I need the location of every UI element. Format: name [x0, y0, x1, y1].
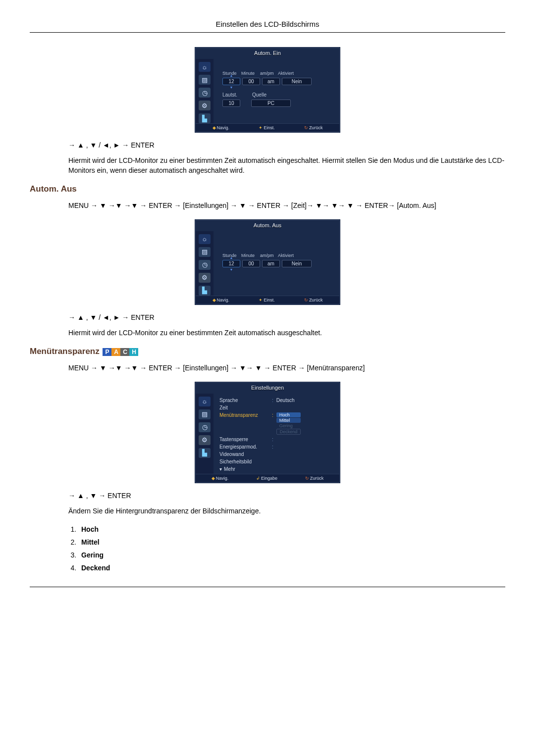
- osd-autom-aus: Autom. Aus ☼ ▨ ◷ ⚙ ▙ Stunde Minute am/pm…: [195, 220, 340, 304]
- osd-title: Autom. Ein: [196, 48, 339, 59]
- section-menutransparenz: Menütransparenz P A C H: [30, 347, 505, 356]
- footer-nav: Navig.: [216, 476, 229, 481]
- chart-icon: ▙: [199, 448, 211, 458]
- description-3: Ändern Sie die Hintergrundtransparenz de…: [68, 506, 505, 516]
- label-ampm: am/pm: [260, 253, 276, 258]
- label-minute: Minute: [241, 71, 258, 76]
- osd-title: Einstellungen: [196, 383, 339, 394]
- clock-icon: ◷: [199, 422, 211, 432]
- badge-p: P: [103, 348, 111, 356]
- footer-nav: Navig.: [217, 125, 230, 130]
- brightness-icon: ☼: [199, 62, 211, 72]
- badge-h: H: [129, 348, 138, 356]
- field-ampm[interactable]: am: [262, 78, 280, 85]
- footer-zurueck: Zurück: [309, 125, 323, 130]
- gear-icon: ⚙: [199, 273, 211, 283]
- osd-footer: ◆Navig. ✦Einst. ↻Zurück: [196, 123, 339, 132]
- menu-path-3: MENU → ▼ →▼ →▼ → ENTER → [Einstellungen]…: [68, 363, 505, 373]
- brightness-icon: ☼: [199, 397, 211, 406]
- row-zeit[interactable]: Zeit: [218, 404, 334, 411]
- opt-deckend[interactable]: Deckend: [276, 429, 301, 435]
- footer-eingabe: Eingabe: [261, 476, 277, 481]
- field-aktiviert[interactable]: Nein: [282, 78, 312, 85]
- field-ampm[interactable]: am: [262, 260, 280, 267]
- osd-autom-ein: Autom. Ein ☼ ▨ ◷ ⚙ ▙ Stunde Minute am/pm…: [195, 48, 340, 132]
- label-ampm: am/pm: [260, 71, 276, 76]
- chevron-down-icon: ▾: [219, 466, 222, 472]
- nav-keys-2: → ▲ , ▼ / ◄, ► → ENTER: [68, 313, 505, 321]
- osd-icon-bar: ☼ ▨ ◷ ⚙ ▙: [196, 231, 214, 296]
- row-menutransparenz[interactable]: Menütransparenz: Hoch Mittel Gering Deck…: [218, 411, 334, 436]
- mode-badges: P A C H: [103, 348, 138, 356]
- field-stunde[interactable]: 12: [222, 78, 240, 85]
- field-minute[interactable]: 00: [242, 78, 260, 85]
- field-stunde[interactable]: 12: [222, 260, 240, 267]
- gear-icon: ⚙: [199, 101, 211, 110]
- osd-footer: ◆Navig. ✦Einst. ↻Zurück: [196, 296, 339, 304]
- list-item: Deckend: [78, 564, 505, 572]
- field-minute[interactable]: 00: [242, 260, 260, 267]
- row-energiespar[interactable]: Energiesparmod.:: [218, 443, 334, 451]
- row-sicherheitsbild[interactable]: Sicherheitsbild: [218, 458, 334, 465]
- osd-einstellungen: Einstellungen ☼ ▨ ◷ ⚙ ▙ Sprache: Deutsch…: [195, 382, 340, 483]
- nav-keys-1: → ▲ , ▼ / ◄, ► → ENTER: [68, 141, 505, 149]
- footer-zurueck: Zurück: [310, 476, 324, 481]
- opt-gering[interactable]: Gering: [276, 423, 301, 428]
- clock-icon: ◷: [199, 88, 211, 98]
- label-aktiviert: Aktiviert: [278, 71, 294, 76]
- transparency-list: Hoch Mittel Gering Deckend: [68, 525, 505, 572]
- opt-mittel[interactable]: Mittel: [276, 418, 301, 423]
- description-2: Hiermit wird der LCD-Monitor zu einer be…: [68, 328, 505, 338]
- footer-einst: Einst.: [264, 125, 275, 130]
- list-item: Mittel: [78, 538, 505, 546]
- label-quelle: Quelle: [252, 92, 267, 98]
- row-sprache[interactable]: Sprache: Deutsch: [218, 397, 334, 404]
- menu-path-2: MENU → ▼ →▼ →▼ → ENTER → [Einstellungen]…: [68, 201, 505, 211]
- field-aktiviert[interactable]: Nein: [282, 260, 312, 267]
- brightness-icon: ☼: [199, 234, 211, 244]
- chart-icon: ▙: [199, 113, 211, 123]
- picture-icon: ▨: [199, 75, 211, 85]
- list-item: Gering: [78, 551, 505, 559]
- badge-c: C: [120, 348, 129, 356]
- field-lautst[interactable]: 10: [222, 100, 240, 107]
- field-quelle[interactable]: PC: [251, 100, 291, 107]
- row-videowand[interactable]: Videowand: [218, 451, 334, 458]
- osd-icon-bar: ☼ ▨ ◷ ⚙ ▙: [196, 59, 214, 123]
- chart-icon: ▙: [199, 286, 211, 296]
- page-header: Einstellen des LCD-Bildschirms: [30, 20, 505, 33]
- section-autom-aus: Autom. Aus: [30, 184, 505, 194]
- osd-icon-bar: ☼ ▨ ◷ ⚙ ▙: [196, 394, 214, 474]
- row-tastensperre[interactable]: Tastensperre:: [218, 436, 334, 443]
- gear-icon: ⚙: [199, 435, 211, 445]
- footer-zurueck: Zurück: [309, 298, 323, 302]
- osd-title: Autom. Aus: [196, 220, 339, 231]
- opt-hoch[interactable]: Hoch: [276, 412, 301, 417]
- nav-keys-3: → ▲ , ▼ → ENTER: [68, 492, 505, 500]
- label-aktiviert: Aktiviert: [278, 253, 294, 258]
- label-lautst: Lautst.: [222, 92, 237, 98]
- transparency-options: Hoch Mittel Gering Deckend: [276, 412, 301, 435]
- list-item: Hoch: [78, 525, 505, 533]
- picture-icon: ▨: [199, 247, 211, 257]
- footer-nav: Navig.: [217, 298, 230, 302]
- picture-icon: ▨: [199, 409, 211, 419]
- label-minute: Minute: [241, 253, 258, 258]
- footer-einst: Einst.: [264, 298, 275, 302]
- description-1: Hiermit wird der LCD-Monitor zu einer be…: [68, 156, 505, 175]
- row-mehr[interactable]: ▾Mehr: [218, 465, 334, 473]
- val-sprache: Deutsch: [276, 398, 295, 403]
- osd-footer: ◆Navig. ↲Eingabe ↻Zurück: [196, 474, 339, 482]
- badge-a: A: [111, 348, 120, 356]
- page-footer-rule: [30, 587, 505, 587]
- clock-icon: ◷: [199, 260, 211, 270]
